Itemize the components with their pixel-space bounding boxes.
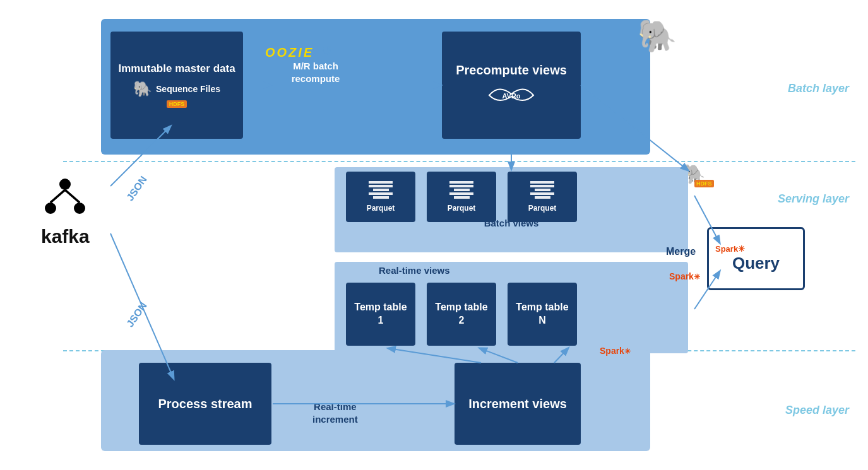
dashed-line-1 bbox=[63, 161, 855, 162]
parquet-label-2: Parquet bbox=[448, 204, 476, 213]
hdfs-icon: 🐘 bbox=[133, 80, 152, 98]
parquet-label-3: Parquet bbox=[528, 204, 557, 213]
query-label: Query bbox=[732, 254, 780, 273]
spark-query-box: Spark✳ Query bbox=[707, 227, 805, 290]
json-label-1: JSON bbox=[124, 174, 150, 203]
oozie-label: OOZIE bbox=[265, 45, 314, 60]
parquet-box-2: Parquet bbox=[427, 172, 496, 222]
spark-label-1: Spark✳ bbox=[669, 271, 700, 281]
parquet-icon-2 bbox=[449, 181, 473, 199]
svg-text:AVRo: AVRo bbox=[502, 92, 520, 100]
kafka-label: kafka bbox=[41, 226, 90, 247]
oozie-refresh-icon: ↺ bbox=[321, 43, 332, 59]
kafka-icon bbox=[43, 177, 87, 221]
parquet-icon-1 bbox=[369, 181, 393, 199]
parquet-box-3: Parquet bbox=[508, 172, 577, 222]
immutable-subtitle-row: 🐘 Sequence Files bbox=[133, 80, 220, 98]
rt-inc-line2: increment bbox=[312, 414, 358, 425]
immutable-subtitle: Sequence Files bbox=[156, 84, 220, 94]
merge-label: Merge bbox=[666, 246, 696, 257]
batch-layer-label: Batch layer bbox=[788, 82, 849, 95]
temp-tables: Temp table 1 Temp table 2 Temp table N bbox=[346, 283, 577, 346]
parquet-box-1: Parquet bbox=[346, 172, 415, 222]
avro-icon: AVRo bbox=[486, 83, 537, 108]
svg-point-1 bbox=[59, 179, 71, 190]
svg-point-2 bbox=[45, 203, 56, 214]
spark-label-query: Spark✳ bbox=[715, 244, 745, 254]
parquet-label-1: Parquet bbox=[367, 204, 395, 213]
realtime-increment-label: Real-time increment bbox=[312, 401, 358, 425]
increment-views-box: Increment views bbox=[455, 363, 581, 445]
mr-line1: M/R batch bbox=[293, 61, 338, 71]
temp-table-2: Temp table 2 bbox=[427, 283, 496, 346]
immutable-master-data-box: Immutable master data 🐘 Sequence Files H… bbox=[110, 32, 243, 139]
parquet-icon-3 bbox=[530, 181, 554, 199]
svg-point-3 bbox=[74, 203, 85, 214]
parquet-boxes: Parquet Parquet Parquet bbox=[346, 172, 577, 222]
mr-batch-label: M/R batch recompute bbox=[265, 60, 366, 85]
temp-table-1: Temp table 1 bbox=[346, 283, 415, 346]
rt-inc-line1: Real-time bbox=[314, 401, 357, 412]
immutable-title: Immutable master data bbox=[118, 62, 235, 75]
svg-line-6 bbox=[51, 190, 65, 203]
hadoop-elephant-1: 🐘 bbox=[638, 18, 677, 54]
realtime-views-label: Real-time views bbox=[379, 265, 450, 276]
process-stream-box: Process stream bbox=[139, 363, 271, 445]
json-label-2: JSON bbox=[124, 300, 150, 329]
hdfs-label-2: HDFS bbox=[694, 180, 714, 187]
svg-line-7 bbox=[65, 190, 80, 203]
precompute-views-box: Precompute views AVRo bbox=[442, 32, 581, 139]
hdfs-badge: HDFS bbox=[167, 100, 187, 108]
kafka-area: kafka bbox=[41, 177, 90, 247]
speed-layer-label: Speed layer bbox=[785, 404, 849, 417]
temp-table-n: Temp table N bbox=[508, 283, 577, 346]
diagram-container: Batch layer Serving layer Speed layer Im… bbox=[0, 0, 868, 470]
serving-layer-label: Serving layer bbox=[778, 192, 849, 206]
spark-label-2: Spark✳ bbox=[600, 346, 631, 356]
precompute-title: Precompute views bbox=[456, 62, 567, 78]
mr-line2: recompute bbox=[292, 73, 340, 84]
